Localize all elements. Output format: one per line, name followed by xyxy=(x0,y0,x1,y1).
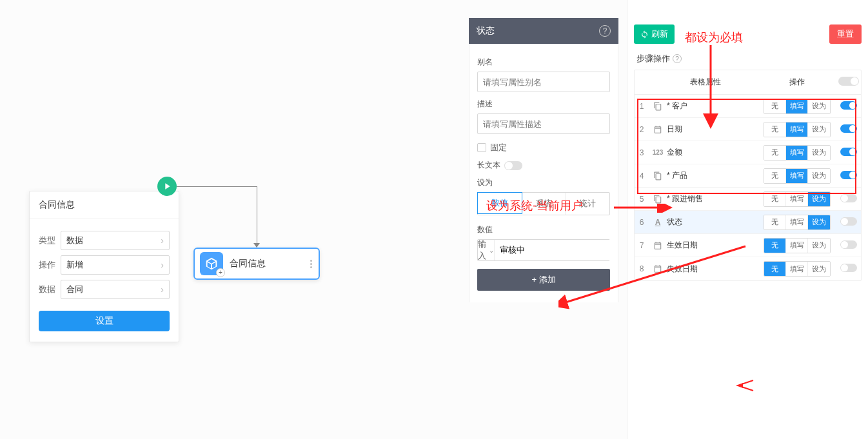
op-none[interactable]: 无 xyxy=(764,146,786,160)
copy-icon xyxy=(653,101,663,112)
num-icon: 123 xyxy=(653,148,663,158)
row-toggle[interactable] xyxy=(840,101,857,110)
op-fill[interactable]: 填写 xyxy=(786,192,808,206)
config-card: 合同信息 类型 数据 › 操作 新增 › 数据 合同 › 设置 xyxy=(29,191,179,342)
op-set[interactable]: 设为 xyxy=(808,122,830,137)
row-num: 7 xyxy=(635,241,649,250)
row-attr: 123 金额 xyxy=(649,147,758,158)
reset-button[interactable]: 重置 xyxy=(829,24,862,44)
row-toggle[interactable] xyxy=(840,124,857,133)
row-toggle[interactable] xyxy=(840,264,857,272)
table-row[interactable]: 4 * 产品 无 填写 设为 xyxy=(635,164,861,188)
table-row[interactable]: 2 日期 无 填写 设为 xyxy=(635,118,861,141)
type-select[interactable]: 数据 › xyxy=(61,231,170,250)
panel-header: 状态 ? xyxy=(469,18,618,44)
op-fill[interactable]: 填写 xyxy=(786,122,808,137)
tab-value[interactable]: 数值 xyxy=(477,192,522,214)
refresh-icon xyxy=(640,30,649,39)
row-toggle[interactable] xyxy=(840,148,857,156)
refresh-button[interactable]: 刷新 xyxy=(634,24,675,44)
value-input[interactable] xyxy=(495,240,613,260)
table-row[interactable]: 5 * 跟进销售 无 填写 设为 xyxy=(635,188,861,211)
op-none[interactable]: 无 xyxy=(764,122,786,137)
settings-button[interactable]: 设置 xyxy=(39,311,170,331)
op-fill[interactable]: 填写 xyxy=(786,262,808,276)
op-none[interactable]: 无 xyxy=(764,239,786,253)
start-node[interactable] xyxy=(157,177,177,196)
row-num: 5 xyxy=(635,195,649,204)
attr-label: 生效日期 xyxy=(667,240,698,251)
setas-label: 设为 xyxy=(477,177,610,188)
table-row[interactable]: 7 生效日期 无 填写 设为 xyxy=(635,234,861,257)
row-attr: 日期 xyxy=(649,124,758,135)
help-icon[interactable]: ? xyxy=(599,25,611,37)
plus-icon: + xyxy=(216,268,225,277)
flow-node[interactable]: + 合同信息 xyxy=(193,248,320,280)
table-row[interactable]: 8 失效日期 无 填写 设为 xyxy=(635,257,861,280)
value-label: 数值 xyxy=(477,224,610,235)
op-set[interactable]: 设为 xyxy=(808,192,830,206)
op-fill[interactable]: 填写 xyxy=(786,215,808,229)
row-toggle[interactable] xyxy=(840,217,857,226)
row-ops: 无 填写 设为 xyxy=(758,215,836,230)
row-attr: 失效日期 xyxy=(649,264,758,275)
op-set[interactable]: 设为 xyxy=(808,262,830,276)
ops-group: 无 填写 设为 xyxy=(764,168,831,184)
op-select[interactable]: 新增 › xyxy=(61,255,170,275)
table-row[interactable]: 6 A 状态 无 填写 设为 xyxy=(635,211,861,234)
table-row[interactable]: 1 * 客户 无 填写 设为 xyxy=(635,95,861,118)
op-fill[interactable]: 填写 xyxy=(786,146,808,160)
row-ops: 无 填写 设为 xyxy=(758,261,836,277)
fixed-label: 固定 xyxy=(490,142,507,153)
fixed-checkbox[interactable]: 固定 xyxy=(477,142,610,153)
play-icon xyxy=(162,181,172,191)
desc-label: 描述 xyxy=(477,99,610,110)
node-title: 合同信息 xyxy=(230,258,309,269)
op-set[interactable]: 设为 xyxy=(808,169,830,183)
arrow-icon xyxy=(253,243,260,248)
row-toggle[interactable] xyxy=(840,194,857,202)
ops-group: 无 填写 设为 xyxy=(764,122,831,137)
row-toggle[interactable] xyxy=(840,240,857,249)
op-none[interactable]: 无 xyxy=(764,192,786,206)
more-icon[interactable] xyxy=(309,260,313,268)
text-icon: A xyxy=(653,217,663,228)
config-row-op: 操作 新增 › xyxy=(39,255,170,275)
tab-stat[interactable]: 统计 xyxy=(566,193,609,215)
add-button[interactable]: + 添加 xyxy=(477,269,610,291)
desc-input[interactable] xyxy=(477,113,610,134)
longtext-toggle[interactable] xyxy=(504,161,522,170)
attr-label: * 产品 xyxy=(667,170,687,181)
op-none[interactable]: 无 xyxy=(764,169,786,183)
op-none[interactable]: 无 xyxy=(764,99,786,113)
alias-input[interactable] xyxy=(477,72,610,92)
toggle-icon[interactable] xyxy=(838,77,859,86)
row-switch-cell xyxy=(836,194,861,204)
op-fill[interactable]: 填写 xyxy=(786,169,808,183)
row-ops: 无 填写 设为 xyxy=(758,168,836,184)
row-attr: * 跟进销售 xyxy=(649,193,758,204)
type-value: 数据 xyxy=(66,235,83,246)
tab-system[interactable]: 系统 xyxy=(522,193,566,215)
row-num: 2 xyxy=(635,125,649,134)
data-select[interactable]: 合同 › xyxy=(61,280,170,299)
mode-select[interactable]: 输入 ⌄ xyxy=(478,240,495,260)
op-set[interactable]: 设为 xyxy=(808,215,830,229)
op-fill[interactable]: 填写 xyxy=(786,239,808,253)
row-num: 6 xyxy=(635,218,649,227)
op-set[interactable]: 设为 xyxy=(808,146,830,160)
op-set[interactable]: 设为 xyxy=(808,99,830,113)
value-input-row: 输入 ⌄ xyxy=(477,239,610,261)
op-none[interactable]: 无 xyxy=(764,262,786,276)
help-icon[interactable]: ? xyxy=(673,54,682,63)
chevron-right-icon: › xyxy=(161,235,164,246)
op-set[interactable]: 设为 xyxy=(808,239,830,253)
op-fill[interactable]: 填写 xyxy=(786,99,808,113)
longtext-label: 长文本 xyxy=(477,160,500,171)
row-num: 3 xyxy=(635,148,649,157)
ops-group: 无 填写 设为 xyxy=(764,99,831,114)
table-row[interactable]: 3 123 金额 无 填写 设为 xyxy=(635,141,861,164)
row-toggle[interactable] xyxy=(840,171,857,179)
chevron-right-icon: › xyxy=(161,284,164,295)
op-none[interactable]: 无 xyxy=(764,215,786,229)
